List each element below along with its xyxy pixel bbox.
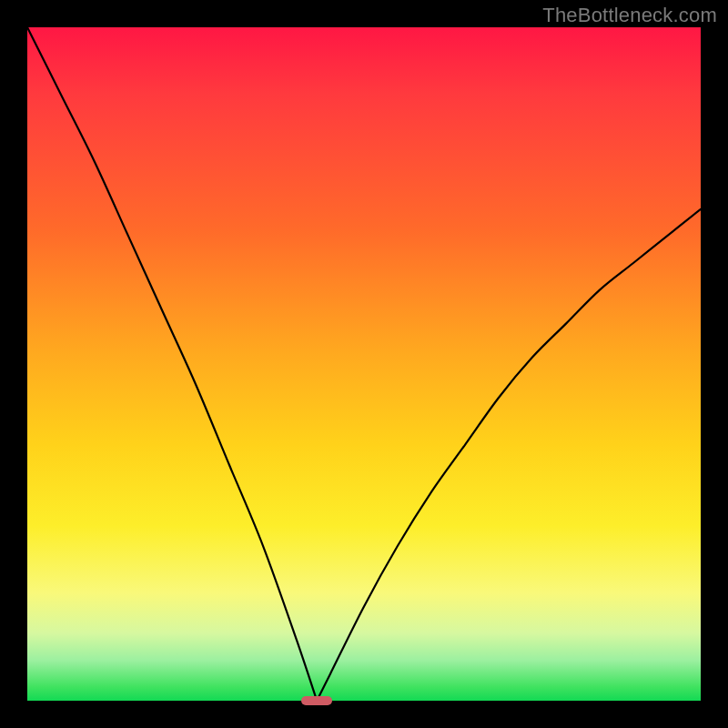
chart-frame: TheBottleneck.com [0, 0, 728, 728]
bottleneck-curve [27, 27, 701, 701]
optimum-marker [301, 696, 332, 705]
watermark-text: TheBottleneck.com [542, 4, 717, 27]
plot-area [27, 27, 701, 701]
